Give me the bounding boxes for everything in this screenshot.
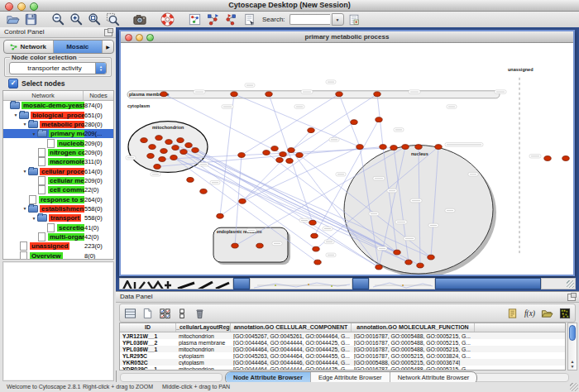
tree-row[interactable]: secretion41(0) <box>3 222 113 232</box>
open-session-button[interactable] <box>4 12 21 27</box>
import-attributes-button[interactable] <box>540 307 554 320</box>
table-column-header[interactable]: annotation.GO MOLECULAR_FUNCTION <box>352 323 475 332</box>
tree-expander-icon[interactable]: ▼ <box>31 131 37 136</box>
minimize-button[interactable] <box>17 2 26 11</box>
table-row[interactable]: YJR121W__1mitochondrion[GO:0045267, GO:0… <box>120 332 565 339</box>
scrollbar-thumb[interactable] <box>569 325 576 341</box>
new-attribute-button[interactable] <box>141 307 155 320</box>
tree-row[interactable]: macromolecule311(0) <box>3 157 113 166</box>
table-row[interactable]: YLR295Ccytoplasm[GO:0045263, GO:0044464,… <box>120 352 565 359</box>
graph-node <box>263 151 270 155</box>
close-button[interactable] <box>5 2 13 11</box>
tree-row[interactable]: ▼metabolic process280(0) <box>3 120 113 129</box>
delete-attribute-button[interactable] <box>193 307 207 320</box>
table-column-header[interactable] <box>475 323 566 332</box>
background-window-thumbnail[interactable] <box>369 278 435 289</box>
tree-row[interactable]: nitrogen compo209(0) <box>3 148 113 157</box>
zoom-window-button[interactable] <box>30 2 38 11</box>
tree-expander-icon[interactable]: ▼ <box>12 112 19 117</box>
network-tree-rows: mosaic-demo-yeast874(0)▼biological_proce… <box>3 101 113 260</box>
tree-row-node-count: 558(0) <box>84 205 113 213</box>
network-tree-header: Network Nodes <box>3 91 113 101</box>
network-zoom-button[interactable] <box>146 34 154 41</box>
search-dropdown-button[interactable]: ▼ <box>332 13 344 26</box>
float-panel-icon[interactable] <box>104 29 112 36</box>
attribute-index-button[interactable] <box>346 12 362 27</box>
layout-a-button[interactable] <box>204 12 221 27</box>
network-view-window[interactable]: primary metabolic process plasma membran… <box>119 30 575 276</box>
background-window-titlebar[interactable] <box>233 278 250 289</box>
tree-row[interactable]: cell communicat22(0) <box>3 185 113 194</box>
tree-column-nodes[interactable]: Nodes <box>84 91 113 100</box>
tree-expander-icon[interactable]: ▼ <box>22 122 28 127</box>
tree-row-node-count: 614(0) <box>84 168 113 175</box>
tree-row[interactable]: unassigned223(0) <box>3 241 113 251</box>
zoom-out-button[interactable] <box>50 12 66 27</box>
unselect-attributes-button[interactable] <box>175 307 189 320</box>
table-row[interactable]: YDR039C__1mitochondrion[GO:0044464, GO:0… <box>120 366 565 370</box>
network-window-titlebar[interactable]: primary metabolic process <box>121 31 573 43</box>
tree-column-network[interactable]: Network <box>3 91 84 100</box>
tree-expander-icon[interactable]: ▼ <box>22 169 28 174</box>
formula-builder-button[interactable]: f(x) <box>523 307 537 320</box>
background-window-titlebar[interactable] <box>435 278 541 289</box>
table-row[interactable]: YPL036W__2plasma membrane[GO:0044464, GO… <box>120 339 565 346</box>
annotation-button[interactable] <box>241 12 257 27</box>
vizmapper-button[interactable] <box>186 12 203 27</box>
tree-row[interactable]: Overview8(0) <box>3 251 113 261</box>
table-column-header[interactable]: ID <box>120 323 176 332</box>
table-row[interactable]: YPL036W__1mitochondrion[GO:0044464, GO:0… <box>120 346 565 352</box>
birds-eye-view[interactable] <box>2 261 114 381</box>
save-session-button[interactable] <box>22 12 39 27</box>
tree-row[interactable]: nucleobase-209(0) <box>3 138 113 147</box>
background-window-titlebar[interactable] <box>352 278 369 289</box>
tab-network[interactable]: Network <box>4 41 54 53</box>
attribute-matrix-button[interactable] <box>557 307 572 320</box>
layout-b-button[interactable] <box>223 12 239 27</box>
help-button[interactable] <box>159 12 175 27</box>
zoom-in-button[interactable] <box>68 12 84 27</box>
horizontal-scroll-groove[interactable] <box>120 373 223 382</box>
graph-node <box>160 92 167 97</box>
tree-row[interactable]: ▼cellular process614(0) <box>3 166 113 175</box>
tree-row[interactable]: ▼primary metabol209(... <box>3 129 113 138</box>
tree-row[interactable]: response to stimulu264(0) <box>3 194 113 203</box>
zoom-selected-region-button[interactable] <box>104 12 121 27</box>
column-layout-button[interactable] <box>123 307 137 320</box>
network-minimize-button[interactable] <box>136 34 143 41</box>
float-panel-icon[interactable] <box>567 294 576 301</box>
tree-row[interactable]: ▼transport558(0) <box>3 213 113 222</box>
network-snapshot-button[interactable] <box>132 12 148 27</box>
window-resize-corner[interactable] <box>541 278 576 289</box>
select-nodes-checkbox[interactable]: ✓ <box>8 79 18 88</box>
tree-row[interactable]: ▼establishment of lo558(0) <box>3 204 113 213</box>
resize-grip-icon[interactable] <box>570 383 578 391</box>
network-close-button[interactable] <box>125 34 132 41</box>
table-scrollbar[interactable]: ▲▼ <box>567 323 577 370</box>
network-graph[interactable]: plasma membranecytoplasmnucleusmitochond… <box>121 43 573 275</box>
attribute-notes-button[interactable] <box>505 307 519 320</box>
tree-expander-icon[interactable]: ▼ <box>22 206 28 211</box>
table-row[interactable]: YKR052Ccytoplasm[GO:0044464, GO:0044446,… <box>120 359 565 366</box>
network-canvas[interactable]: plasma membranecytoplasmnucleusmitochond… <box>121 43 573 275</box>
tree-row[interactable]: cellular metabo209(0) <box>3 176 113 185</box>
table-column-header[interactable]: annotation.GO CELLULAR_COMPONENT <box>231 323 352 332</box>
graph-node <box>280 152 286 157</box>
arrow-right-icon: ▶ <box>106 44 110 50</box>
table-column-header[interactable]: _cellularLayoutRegion <box>176 323 231 332</box>
tree-row[interactable]: ▼biological_process651(0) <box>3 110 113 119</box>
zoom-fit-button[interactable] <box>86 12 103 27</box>
tree-expander-icon[interactable]: ▼ <box>31 216 37 221</box>
background-window-thumbnail[interactable] <box>250 278 352 289</box>
tab-mosaic[interactable]: Mosaic <box>54 41 103 53</box>
background-window-thumbnail[interactable] <box>119 278 233 289</box>
tree-row-label: mosaic-demo-yeast <box>22 102 84 109</box>
select-attributes-button[interactable] <box>158 307 172 320</box>
tree-row[interactable]: mosaic-demo-yeast874(0) <box>3 101 113 110</box>
data-panel-toolbar: f(x) <box>119 304 576 323</box>
tab-overflow-button[interactable]: ▶ <box>103 41 113 53</box>
tree-row[interactable]: multi-organism pro42(0) <box>3 232 113 241</box>
scrollbar-arrows[interactable]: ▲▼ <box>568 359 577 369</box>
search-input[interactable] <box>290 14 330 25</box>
node-color-dropdown[interactable]: transporter activity ▲▼ <box>9 62 107 74</box>
